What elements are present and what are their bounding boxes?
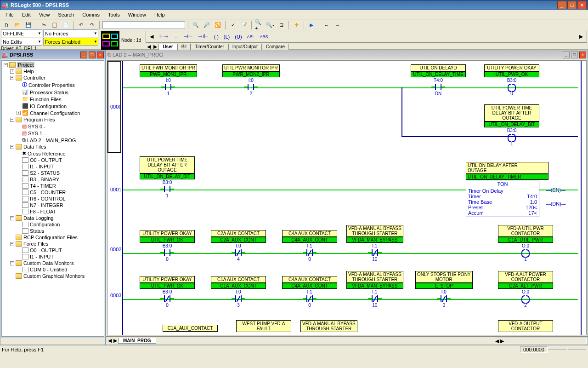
scroll-left-button[interactable]: ◀ [147, 32, 156, 41]
tree-close-button[interactable]: × [97, 52, 104, 58]
scroll-right-button[interactable]: ▶ [577, 32, 586, 41]
mode-dropdown[interactable]: OFFLINE [1, 29, 42, 37]
tree-hscroll[interactable] [0, 338, 105, 345]
online-button[interactable]: ✚ [292, 21, 301, 30]
rung-3[interactable]: 0003 UTILITY POWER OKAYUTIL_PWR_OKB3:00 … [107, 272, 586, 318]
tree-lad2[interactable]: LAD 2 - MAIN_PROG [27, 138, 76, 143]
tab-scroll-right[interactable]: ▶ [152, 44, 158, 50]
address-combo[interactable] [102, 21, 185, 29]
instr-branch-icon[interactable]: ⫟ [172, 34, 181, 40]
r0-xic3[interactable]: UTIL ON DELAYDUTIL_ON_DELAY_TIME T4:0DN [411, 64, 466, 96]
tree-prog-files[interactable]: Program Files [23, 117, 55, 122]
minimize-button[interactable]: _ [557, 1, 566, 9]
tab-bit[interactable]: Bit [177, 44, 191, 50]
r3-xio2[interactable]: C1A AUX CONTACTC1A_AUX_CONTI:03 [211, 276, 266, 308]
verify-file-button[interactable]: 📝 [239, 21, 249, 30]
run-button[interactable]: ▶ [307, 21, 316, 30]
r2-ote1[interactable]: VFD-A UTIL PWR CONTACTORC1A_UTIL_PWRO:01 [498, 225, 553, 262]
menu-tools[interactable]: Tools [104, 11, 124, 18]
tree-t4[interactable]: T4 - TIMER [30, 183, 56, 189]
tab-scroll-left[interactable]: ◀ [146, 44, 152, 50]
ladder-hscroll[interactable]: ◀ ▶ [495, 338, 587, 344]
tree-dl-status[interactable]: Status [30, 228, 44, 234]
undo-button[interactable]: ↶ [76, 21, 85, 30]
rung-4[interactable]: C1A_AUX_CONTACT WEST PUMP VFD-A FAULT VF… [107, 318, 586, 335]
open-button[interactable]: 📂 [13, 21, 22, 30]
tree-data-logging[interactable]: Data Logging [23, 215, 53, 221]
find-next-button[interactable]: 🔎 [202, 21, 211, 30]
r2-xio4[interactable]: VFD-A MANUAL BYPASS THROUGH STARTERVFDA_… [346, 225, 403, 262]
tree-b3[interactable]: B3 - BINARY [30, 177, 59, 182]
find-button[interactable]: 🔍 [191, 21, 200, 30]
tab-io[interactable]: Input/Output [228, 44, 262, 50]
menu-view[interactable]: View [35, 11, 54, 18]
rung-0[interactable]: 0000 UTIL PWR MONITOR IPRPWR_MON1_IPR I:… [107, 61, 586, 153]
ladder-tab-main[interactable]: MAIN_PROG [118, 338, 156, 344]
r2-xic1[interactable]: UTILITY POWER OKAYUTIL_PWR_OKB3:00 [140, 230, 195, 262]
zoom-out-button[interactable]: 🔍- [266, 21, 275, 30]
tree-help[interactable]: Help [23, 69, 34, 74]
tree-cdm0[interactable]: CDM 0 - Untitled [30, 267, 67, 272]
r1-ton[interactable]: UTIL ON DELAY AFTER OUTAGEUTIL_ON_DELAY_… [466, 162, 548, 217]
lad-min-button[interactable]: _ [563, 52, 570, 58]
r3-xio5[interactable]: ONLY STOPS THE PONY MOTORE_STOPI:00 [415, 271, 473, 308]
tree-c5[interactable]: C5 - COUNTER [30, 190, 66, 195]
tree-sys1[interactable]: SYS 1 - [28, 131, 45, 136]
tree-cgm[interactable]: Custom Graphical Monitors [23, 273, 85, 279]
lad-max-button[interactable]: □ [571, 52, 578, 58]
tree-force-o0[interactable]: O0 - OUTPUT [30, 247, 62, 253]
tree-force-i1[interactable]: I1 - INPUT [30, 254, 54, 259]
r3-xio3[interactable]: C4A AUX CONTACTC4A_AUX_CONTI:10 [282, 276, 337, 308]
rung-2[interactable]: 0002 UTILITY POWER OKAYUTIL_PWR_OKB3:00 … [107, 226, 586, 272]
tree-data-files[interactable]: Data Files [23, 144, 46, 150]
instr-otu-icon[interactable]: (U) [233, 34, 243, 40]
tree-i1[interactable]: I1 - INPUT [30, 164, 54, 169]
tree-io-config[interactable]: IO Configuration [30, 104, 67, 109]
tree-controller[interactable]: Controller [23, 75, 45, 80]
tree-xref[interactable]: Cross Reference [28, 151, 66, 156]
ladder-view[interactable]: 0000 UTIL PWR MONITOR IPRPWR_MON1_IPR I:… [107, 60, 587, 335]
tree-func-files[interactable]: Function Files [30, 97, 61, 102]
edits-dropdown[interactable]: No Edits [1, 38, 42, 46]
close-button[interactable]: × [577, 1, 587, 9]
tree-cdm[interactable]: Custom Data Monitors [23, 260, 74, 266]
tree-s2[interactable]: S2 - STATUS [30, 170, 60, 176]
tree-sys0[interactable]: SYS 0 - [28, 124, 45, 129]
instr-otl-icon[interactable]: (L) [222, 34, 232, 40]
save-button[interactable]: 💾 [24, 21, 33, 30]
tab-compare[interactable]: Compare [262, 44, 289, 50]
tree-n7[interactable]: N7 - INTEGER [30, 202, 63, 208]
instr-xic-icon[interactable]: ⊣⊢ [182, 34, 195, 40]
tree-force-files[interactable]: Force Files [23, 241, 48, 247]
lad-close-button[interactable]: × [579, 52, 586, 58]
menu-window[interactable]: Window [124, 11, 150, 18]
r0-ote2[interactable]: UTIL POWER TIME DELAY BIT AFTER OUTAGEUT… [484, 104, 539, 146]
redo-button[interactable]: ↷ [87, 21, 96, 30]
tree-min-button[interactable]: _ [80, 52, 87, 58]
copy-button[interactable]: 📋 [50, 21, 59, 30]
r3-xio4[interactable]: VFD-A MANUAL BYPASS THROUGH STARTERVFDA_… [346, 271, 403, 308]
paste-button[interactable]: 📄 [61, 21, 70, 30]
menu-comms[interactable]: Comms [79, 11, 103, 18]
r2-xio2[interactable]: C2A AUX CONTACTC2A_AUX_CONTI:04 [211, 230, 266, 262]
tree-ctrl-props[interactable]: Controller Properties [28, 82, 75, 88]
tree-chan-config[interactable]: Channel Configuration [30, 110, 80, 116]
r0-xic2[interactable]: UTIL PWR MONITOR IPRPWR_MON2_IPR I:02 [222, 64, 280, 96]
nav-fwd-button[interactable]: → [333, 21, 342, 30]
new-button[interactable]: 🗋 [2, 21, 11, 30]
r0-ote1[interactable]: UTILITY POWER OKAYUTIL_PWR_OK B3:00 [484, 64, 539, 96]
r3-xio1[interactable]: UTILITY POWER OKAYUTIL_PWR_OKB3:00 [140, 276, 195, 308]
maximize-button[interactable]: □ [567, 1, 577, 9]
instr-abl-icon[interactable]: ABL [245, 34, 257, 39]
menu-edit[interactable]: Edit [18, 11, 34, 18]
instr-ote-icon[interactable]: ( ) [212, 34, 220, 40]
r0-xic1[interactable]: UTIL PWR MONITOR IPRPWR_MON1_IPR I:01 [140, 64, 197, 96]
goto-button[interactable]: ⊡ [277, 21, 286, 30]
forces-enabled-dropdown[interactable]: Forces Enabled [43, 38, 98, 46]
tree-root[interactable]: Project [17, 62, 34, 68]
tree-proc-status[interactable]: Processor Status [30, 90, 68, 95]
instr-rung-icon[interactable]: ⊢⊣ [158, 34, 170, 40]
verify-button[interactable]: ✓ [228, 21, 237, 30]
nav-back-button[interactable]: ← [322, 21, 331, 30]
instr-abs-icon[interactable]: ABS [258, 34, 270, 39]
